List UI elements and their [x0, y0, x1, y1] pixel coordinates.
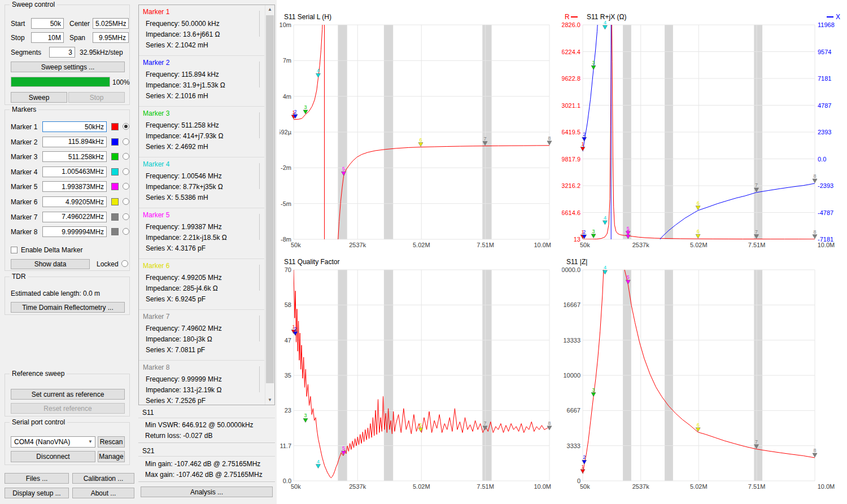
scroll-up-icon[interactable]: ▲	[265, 5, 274, 14]
span-input[interactable]	[93, 32, 129, 43]
marker-info-line: Frequency: 7.49602 MHz	[146, 325, 222, 332]
svg-text:16614.6: 16614.6	[562, 209, 580, 216]
divider	[138, 418, 275, 418]
svg-text:7.51M: 7.51M	[748, 242, 766, 248]
marker-select-radio[interactable]	[123, 228, 129, 235]
marker-data-scrollpane: Marker 1Frequency: 50.0000 kHzImpedance:…	[138, 5, 275, 405]
marker-triangle-1[interactable]	[580, 147, 585, 151]
svg-text:7.51M: 7.51M	[477, 483, 494, 490]
chart-s11-quality-factor[interactable]: 705847352311.70.050k2537k5.02M7.51M10.0M…	[280, 254, 556, 499]
disconnect-button[interactable]: Disconnect	[11, 451, 95, 462]
locked-radio[interactable]	[121, 260, 128, 267]
marker-info-line: Impedance: 31.9+j1.53k Ω	[146, 81, 225, 89]
svg-text:0.0: 0.0	[283, 477, 291, 484]
marker-number: 7	[755, 439, 758, 445]
about-button[interactable]: About ...	[72, 488, 134, 498]
svg-text:10m: 10m	[280, 21, 291, 28]
marker-select-radio[interactable]	[123, 198, 129, 205]
rescan-button[interactable]: Rescan	[98, 436, 125, 448]
marker-triangle-3[interactable]	[591, 65, 596, 69]
marker-number: 2	[583, 229, 586, 235]
marker-select-radio[interactable]	[123, 168, 129, 175]
marker-triangle-3[interactable]	[591, 393, 596, 397]
marker-frequency-input[interactable]	[42, 181, 107, 192]
marker-triangle-8[interactable]	[547, 141, 552, 145]
marker-select-radio[interactable]	[123, 138, 129, 145]
marker-frequency-input[interactable]	[42, 196, 107, 207]
segments-input[interactable]	[49, 47, 75, 58]
svg-text:58: 58	[285, 301, 291, 308]
marker-number: 5	[342, 445, 345, 451]
show-data-button[interactable]: Show data	[11, 259, 90, 269]
enable-delta-label: Enable Delta Marker	[21, 246, 82, 254]
enable-delta-checkbox[interactable]	[11, 247, 18, 253]
svg-text:0.0: 0.0	[818, 156, 826, 163]
stop-button[interactable]: Stop	[68, 92, 125, 103]
set-reference-button[interactable]: Set current as reference	[11, 389, 125, 400]
marker-triangle-1[interactable]	[580, 470, 585, 474]
chart-svg-z[interactable]: 20000.016667133331000066673333050k2537k5…	[562, 254, 847, 499]
marker-triangle-4[interactable]	[316, 73, 320, 77]
marker-number: 8	[813, 229, 816, 235]
chart-s11-z-magnitude[interactable]: 20000.016667133331000066673333050k2537k5…	[562, 254, 847, 499]
marker-triangle-4[interactable]	[602, 25, 607, 29]
marker-select-radio[interactable]	[123, 153, 129, 160]
marker-triangle-8[interactable]	[813, 453, 817, 457]
svg-text:13333: 13333	[563, 337, 580, 344]
sweep-button[interactable]: Sweep	[11, 92, 67, 103]
block-divider	[259, 315, 260, 341]
marker-triangle-6[interactable]	[696, 206, 700, 210]
marker-triangle-4[interactable]	[316, 464, 320, 468]
marker-frequency-input[interactable]	[42, 137, 107, 147]
marker-triangle-6[interactable]	[418, 143, 423, 147]
marker-triangle-8[interactable]	[813, 179, 817, 183]
stop-input[interactable]	[31, 32, 64, 43]
marker-frequency-input[interactable]	[42, 151, 107, 162]
marker-data-scrollbar[interactable]: ▲ ▼	[265, 5, 274, 405]
marker-number: 3	[592, 60, 595, 65]
scroll-down-icon[interactable]: ▼	[265, 396, 274, 405]
chevron-down-icon: ▼	[88, 439, 93, 444]
chart-s11-r-plus-jx[interactable]: 132826.011968116224.4957499622.871818302…	[562, 5, 847, 251]
marker-frequency-input[interactable]	[42, 212, 107, 222]
marker-triangle-3[interactable]	[303, 418, 308, 422]
marker-frequency-input[interactable]	[42, 121, 107, 132]
marker-select-radio[interactable]	[123, 183, 129, 190]
files-button[interactable]: Files ...	[5, 473, 69, 484]
start-input[interactable]	[31, 18, 64, 29]
marker-info-block: Marker 1Frequency: 50.0000 kHzImpedance:…	[139, 5, 264, 56]
marker-frequency-input[interactable]	[42, 166, 107, 177]
chart-svg-quality[interactable]: 705847352311.70.050k2537k5.02M7.51M10.0M…	[280, 254, 556, 499]
cable-length-text: Estimated cable length: 0.0 m	[11, 290, 100, 297]
marker-number: 5	[627, 274, 630, 280]
marker-color-swatch	[111, 168, 119, 176]
svg-text:10.0M: 10.0M	[534, 483, 551, 490]
marker-triangle-6[interactable]	[696, 234, 700, 238]
sweep-settings-button[interactable]: Sweep settings ...	[11, 62, 125, 72]
chart-svg-serial-l[interactable]: 10m7m4m592µ-2m-5m-8m50k2537k5.02M7.51M10…	[280, 5, 556, 251]
marker-triangle-4[interactable]	[602, 221, 607, 225]
calibration-button[interactable]: Calibration ...	[72, 473, 134, 484]
marker-triangle-3[interactable]	[303, 110, 308, 114]
marker-select-radio[interactable]	[123, 123, 129, 130]
svg-text:70: 70	[285, 266, 291, 273]
marker-color-swatch	[111, 198, 119, 205]
reset-reference-button[interactable]: Reset reference	[11, 403, 125, 414]
chart-svg-rx[interactable]: 132826.011968116224.4957499622.871818302…	[562, 5, 847, 251]
center-input[interactable]	[93, 18, 129, 29]
marker-select-radio[interactable]	[123, 213, 129, 220]
s11-stats-section: S11 Min VSWR: 646.912 @ 50.0000kHz Retur…	[138, 406, 275, 443]
scrollbar-thumb[interactable]	[266, 15, 274, 383]
chart-title: S11 |Z|	[566, 258, 587, 266]
tdr-button[interactable]: Time Domain Reflectometry ...	[11, 302, 125, 313]
marker-frequency-input[interactable]	[42, 226, 107, 237]
serial-port-select[interactable]: COM4 (NanoVNA) ▼	[11, 436, 95, 448]
manage-button[interactable]: Manage	[98, 451, 125, 462]
marker-triangle-8[interactable]	[813, 235, 817, 239]
display-setup-button[interactable]: Display setup ...	[5, 488, 69, 498]
marker-triangle-3[interactable]	[591, 234, 596, 238]
analysis-button[interactable]: Analysis ...	[141, 487, 273, 497]
svg-text:35: 35	[285, 372, 291, 379]
marker-info-list: Marker 1Frequency: 50.0000 kHzImpedance:…	[139, 5, 265, 405]
chart-s11-serial-l[interactable]: 10m7m4m592µ-2m-5m-8m50k2537k5.02M7.51M10…	[280, 5, 556, 251]
